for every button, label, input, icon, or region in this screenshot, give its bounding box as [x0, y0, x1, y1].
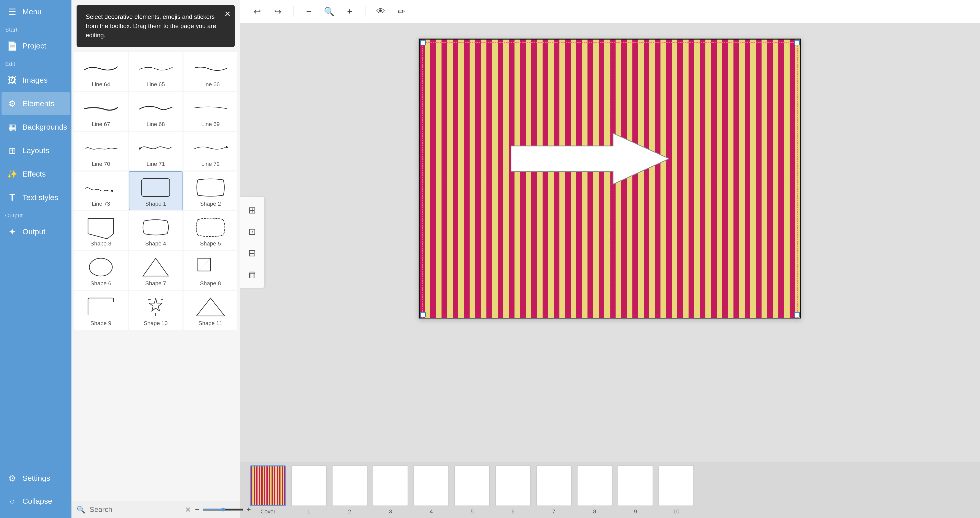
- page-thumb-6[interactable]: 6: [495, 466, 531, 515]
- element-img-shape8: [191, 256, 230, 279]
- canvas-area: ⊞ ⊡ ⊟ 🗑: [240, 23, 980, 462]
- elements-grid: Line 64 Line 65 Line 66: [74, 52, 237, 330]
- element-img-shape6: [82, 256, 120, 279]
- elements-scroll-area[interactable]: Line 64 Line 65 Line 66: [72, 49, 240, 501]
- sidebar-item-text-styles[interactable]: T Text styles: [2, 186, 70, 209]
- tooltip-box: Select decorative elements, emojis and s…: [76, 5, 235, 47]
- vtool-delete[interactable]: 🗑: [244, 266, 260, 283]
- element-img-line73: [82, 176, 120, 199]
- page-thumb-7[interactable]: 7: [536, 466, 572, 515]
- element-shape6[interactable]: Shape 6: [74, 251, 128, 290]
- page-thumb-label-cover: Cover: [261, 508, 275, 515]
- left-vertical-toolbar: ⊞ ⊡ ⊟ 🗑: [240, 197, 264, 288]
- element-img-line64: [82, 57, 120, 79]
- sidebar-item-collapse[interactable]: ○ Collapse: [2, 490, 70, 512]
- element-line65[interactable]: Line 65: [129, 52, 183, 91]
- selection-corner-br: [794, 312, 800, 318]
- vtool-1[interactable]: ⊞: [244, 202, 260, 218]
- vtool-2[interactable]: ⊡: [244, 224, 260, 240]
- element-line68[interactable]: Line 68: [129, 92, 183, 131]
- striped-background: [419, 39, 801, 318]
- search-clear-button[interactable]: ✕: [185, 505, 191, 514]
- vtool-3[interactable]: ⊟: [244, 245, 260, 261]
- zoom-in-button[interactable]: +: [247, 505, 251, 514]
- element-img-shape2: [191, 176, 230, 199]
- sidebar: ☰ Menu Start 📄 Project Edit 🖼 Images ⚙ E…: [0, 0, 72, 518]
- element-line64[interactable]: Line 64: [74, 52, 128, 91]
- page-thumb-2[interactable]: 2: [332, 466, 368, 515]
- element-img-shape7: [137, 256, 175, 279]
- page-thumb-img-9: [617, 466, 653, 506]
- element-line71[interactable]: Line 71: [129, 132, 183, 170]
- page-thumb-3[interactable]: 3: [372, 466, 408, 515]
- page-thumb-img-7: [536, 466, 572, 506]
- settings-icon: ⚙: [6, 473, 18, 484]
- page-thumb-4[interactable]: 4: [414, 466, 449, 515]
- page-thumb-5[interactable]: 5: [454, 466, 490, 515]
- eye-button[interactable]: 👁: [374, 4, 388, 19]
- element-label-line66: Line 66: [201, 81, 220, 88]
- element-line70[interactable]: Line 70: [74, 132, 128, 170]
- element-shape5[interactable]: Shape 5: [183, 211, 237, 250]
- element-img-shape9: [82, 296, 120, 318]
- sidebar-layouts-label: Layouts: [22, 146, 49, 155]
- undo-button[interactable]: ↩: [250, 4, 264, 19]
- element-shape4[interactable]: Shape 4: [129, 211, 183, 250]
- sidebar-item-settings[interactable]: ⚙ Settings: [2, 467, 70, 489]
- page-thumb-cover[interactable]: Cover: [250, 466, 286, 515]
- zoom-slider[interactable]: [203, 507, 243, 512]
- sidebar-menu[interactable]: ☰ Menu: [2, 0, 70, 23]
- page-thumb-img-8: [577, 466, 612, 506]
- project-icon: 📄: [6, 40, 18, 52]
- sidebar-item-backgrounds[interactable]: ▦ Backgrounds: [2, 116, 70, 138]
- element-shape2[interactable]: Shape 2: [183, 172, 237, 210]
- search-input[interactable]: [89, 505, 181, 514]
- element-shape10[interactable]: Shape 10: [129, 291, 183, 330]
- canvas-container: [418, 38, 801, 319]
- element-shape8[interactable]: Shape 8: [183, 251, 237, 290]
- page-thumb-8[interactable]: 8: [577, 466, 612, 515]
- element-img-line70: [82, 136, 120, 159]
- zoom-out-toolbar[interactable]: −: [302, 4, 316, 19]
- sidebar-effects-label: Effects: [22, 170, 46, 178]
- element-line69[interactable]: Line 69: [183, 92, 237, 131]
- sidebar-section-output: Output: [0, 209, 72, 220]
- page-thumb-img-3: [372, 466, 408, 506]
- menu-icon: ☰: [6, 6, 18, 17]
- element-shape9[interactable]: Shape 9: [74, 291, 128, 330]
- zoom-out-button[interactable]: −: [195, 505, 200, 514]
- redo-button[interactable]: ↪: [270, 4, 285, 19]
- sidebar-item-layouts[interactable]: ⊞ Layouts: [2, 139, 70, 162]
- element-shape1[interactable]: Shape 1: [129, 172, 183, 210]
- element-line66[interactable]: Line 66: [183, 52, 237, 91]
- panel-search-bar: 🔍 ✕ − +: [72, 501, 240, 518]
- page-thumb-10[interactable]: 10: [659, 466, 694, 515]
- zoom-in-toolbar[interactable]: +: [342, 4, 357, 19]
- page-thumb-label-6: 6: [511, 508, 514, 515]
- element-shape7[interactable]: Shape 7: [129, 251, 183, 290]
- sidebar-item-output[interactable]: ✦ Output: [2, 221, 70, 243]
- element-shape3[interactable]: Shape 3: [74, 211, 128, 250]
- element-label-line68: Line 68: [146, 121, 165, 127]
- collapse-icon: ○: [6, 496, 18, 507]
- page-thumb-1[interactable]: 1: [291, 466, 327, 515]
- sidebar-settings-label: Settings: [22, 474, 50, 483]
- element-shape11[interactable]: Shape 11: [183, 291, 237, 330]
- element-label-line67: Line 67: [92, 121, 110, 127]
- tooltip-close-button[interactable]: ✕: [224, 8, 231, 20]
- element-line67[interactable]: Line 67: [74, 92, 128, 131]
- element-label-shape9: Shape 9: [90, 320, 111, 327]
- element-img-line66: [191, 57, 230, 79]
- page-thumb-9[interactable]: 9: [617, 466, 653, 515]
- edit-button[interactable]: ✏: [394, 4, 408, 19]
- svg-marker-4: [197, 298, 224, 316]
- sidebar-item-images[interactable]: 🖼 Images: [2, 69, 70, 91]
- sidebar-item-elements[interactable]: ⚙ Elements: [2, 92, 70, 115]
- sidebar-item-effects[interactable]: ✨ Effects: [2, 163, 70, 185]
- page-thumb-img-4: [414, 466, 449, 506]
- canvas-page[interactable]: [418, 38, 801, 319]
- element-line73[interactable]: Line 73: [74, 172, 128, 210]
- zoom-search-button[interactable]: 🔍: [322, 4, 336, 19]
- element-line72[interactable]: Line 72: [183, 132, 237, 170]
- sidebar-item-project[interactable]: 📄 Project: [2, 35, 70, 57]
